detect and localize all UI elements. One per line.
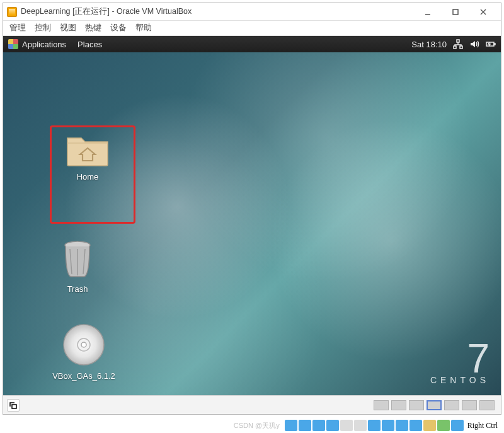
guest-vm-area: Applications Places Sat 18:10 — [3, 36, 501, 395]
svg-rect-4 — [457, 40, 459, 42]
applications-menu[interactable]: Applications — [22, 40, 66, 49]
desktop-icon-label: VBox_GAs_6.1.2 — [40, 371, 128, 381]
display-preview[interactable] — [444, 400, 459, 410]
host-taskbar-row: CSDN @天玑y Right Ctrl — [0, 418, 504, 433]
desktop-icon-vbox-gas[interactable]: VBox_GAs_6.1.2 — [40, 323, 128, 381]
display-icon[interactable] — [368, 420, 381, 431]
mouse-integration-icon[interactable] — [437, 420, 450, 431]
centos-name: CENTOS — [430, 375, 490, 385]
harddisk-icon[interactable] — [285, 420, 297, 431]
desktop-icon-label: Trash — [46, 284, 109, 294]
maximize-button[interactable] — [442, 3, 469, 21]
svg-rect-5 — [454, 46, 456, 49]
optical-disc-icon[interactable] — [299, 420, 311, 431]
network-icon[interactable] — [453, 39, 463, 49]
shared-folder-icon[interactable] — [354, 420, 367, 431]
virtualbox-statusbar — [3, 395, 501, 414]
display-preview[interactable] — [391, 400, 406, 410]
desktop-icon-label: Home — [50, 172, 125, 182]
gnome-topbar: Applications Places Sat 18:10 — [3, 36, 501, 52]
svg-rect-6 — [460, 46, 462, 49]
menu-hotkeys[interactable]: 热键 — [85, 23, 101, 33]
svg-rect-1 — [453, 9, 458, 14]
menu-help[interactable]: 帮助 — [135, 23, 152, 33]
cpu-icon[interactable] — [423, 420, 436, 431]
watermark-text: CSDN @天玑y — [234, 421, 280, 430]
network-icon[interactable] — [340, 420, 353, 431]
host-key-indicator[interactable]: Right Ctrl — [467, 421, 498, 430]
disc-icon — [62, 323, 105, 366]
virtualbox-logo-icon — [7, 7, 17, 17]
places-menu[interactable]: Places — [77, 40, 102, 49]
host-status-icons — [285, 420, 464, 431]
menu-devices[interactable]: 设备 — [110, 23, 127, 33]
display-preview[interactable] — [409, 400, 424, 410]
video-capture-icon[interactable] — [396, 420, 408, 431]
battery-icon[interactable] — [486, 39, 496, 49]
statusbar-display-previews — [374, 400, 495, 410]
window-controls — [414, 3, 497, 21]
volume-icon[interactable] — [469, 39, 479, 49]
display-preview[interactable] — [374, 400, 389, 410]
svg-point-15 — [81, 342, 86, 347]
guest-desktop[interactable]: Home Trash — [3, 52, 501, 395]
window-titlebar[interactable]: DeepLearning [正在运行] - Oracle VM VirtualB… — [3, 3, 501, 21]
minimize-button[interactable] — [414, 3, 442, 21]
centos-version: 7 — [430, 343, 490, 375]
centos-brand: 7 CENTOS — [430, 343, 490, 385]
keyboard-capture-icon[interactable] — [451, 420, 464, 431]
audio-icon[interactable] — [326, 420, 339, 431]
svg-rect-8 — [494, 43, 495, 45]
menu-manage[interactable]: 管理 — [9, 23, 26, 33]
virtualbox-menubar: 管理 控制 视图 热键 设备 帮助 — [3, 21, 501, 36]
display-preview[interactable] — [427, 400, 442, 410]
window-title: DeepLearning [正在运行] - Oracle VM VirtualB… — [21, 6, 192, 17]
trash-icon — [60, 239, 95, 279]
display-preview[interactable] — [462, 400, 477, 410]
desktop-icon-home[interactable]: Home — [50, 129, 125, 182]
menu-view[interactable]: 视图 — [60, 23, 76, 33]
clock[interactable]: Sat 18:10 — [411, 40, 447, 49]
menu-control[interactable]: 控制 — [35, 23, 51, 33]
statusbar-display-button[interactable] — [7, 399, 20, 412]
clipboard-icon[interactable] — [410, 420, 422, 431]
usb-icon[interactable] — [312, 420, 325, 431]
virtualbox-window: DeepLearning [正在运行] - Oracle VM VirtualB… — [3, 3, 501, 415]
applications-icon — [8, 39, 18, 49]
recording-icon[interactable] — [382, 420, 394, 431]
home-folder-icon — [65, 129, 110, 167]
close-button[interactable] — [469, 3, 497, 21]
desktop-icon-trash[interactable]: Trash — [46, 239, 109, 294]
gnome-tray: Sat 18:10 — [411, 39, 496, 49]
display-preview[interactable] — [479, 400, 495, 410]
